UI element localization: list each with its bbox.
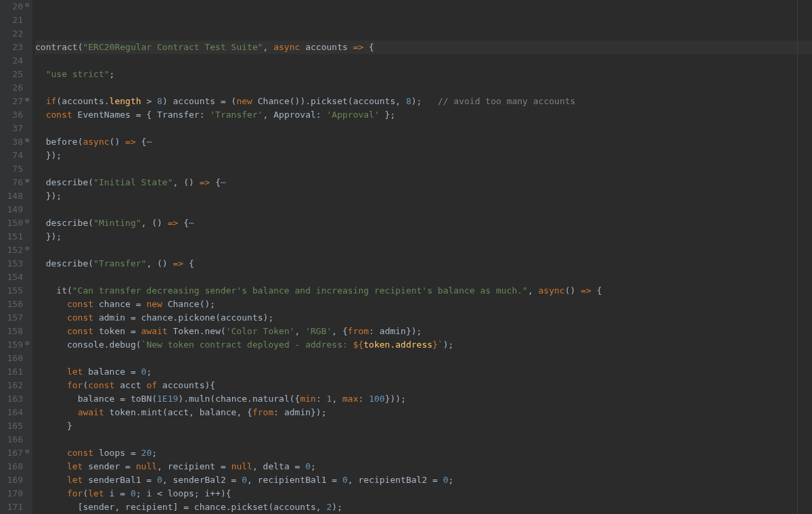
code-line[interactable] — [35, 122, 812, 135]
line-number[interactable]: 24 — [0, 54, 30, 68]
code-line[interactable]: let senderBal1 = 0, senderBal2 = 0, reci… — [35, 473, 812, 487]
token-kw: async — [273, 42, 300, 52]
token-p: } — [67, 421, 72, 431]
code-line[interactable] — [35, 271, 812, 284]
line-number[interactable]: 151 — [0, 230, 30, 243]
code-line[interactable]: describe("Minting", () => {⋯ — [35, 216, 812, 230]
fold-marker-icon[interactable]: ⊞ — [24, 97, 29, 102]
code-line[interactable] — [35, 162, 812, 176]
token-kw: const — [67, 312, 93, 323]
line-number[interactable]: 163 — [0, 392, 30, 406]
line-number[interactable]: 25 — [0, 68, 30, 81]
line-number[interactable]: 155 — [0, 284, 30, 298]
code-line[interactable]: }); — [35, 189, 812, 203]
code-line[interactable]: await token.mint(acct, balance, {from: a… — [35, 406, 812, 419]
code-line[interactable]: let sender = null, recipient = null, del… — [35, 460, 812, 473]
fold-marker-icon[interactable]: ⊞ — [24, 137, 29, 143]
token-p: > — [141, 96, 157, 106]
code-line[interactable]: [sender, recipient] = chance.pickset(acc… — [35, 500, 812, 514]
fold-marker-icon[interactable]: ⊞ — [24, 178, 29, 183]
line-number[interactable]: 148 — [0, 189, 30, 203]
line-number[interactable]: 36 — [0, 108, 30, 122]
token-p: : admin}); — [369, 326, 422, 336]
code-line[interactable]: contract("ERC20Regular Contract Test Sui… — [35, 41, 812, 54]
line-number[interactable]: 161 — [0, 365, 30, 379]
code-line[interactable]: const chance = new Chance(); — [35, 298, 812, 311]
line-number[interactable]: 156 — [0, 298, 30, 311]
code-line[interactable]: for(let i = 0; i < loops; i++){ — [35, 487, 812, 500]
code-line[interactable] — [35, 81, 812, 95]
line-number[interactable]: 23 — [0, 41, 30, 54]
fold-marker-icon[interactable]: ⊟ — [24, 246, 29, 251]
code-editor[interactable]: 20⊟21222324252627⊞363738⊞747576⊞14814915… — [0, 0, 812, 514]
line-number[interactable]: 37 — [0, 122, 30, 135]
line-number[interactable]: 167⊟ — [0, 446, 30, 460]
code-line[interactable]: it("Can transfer decreasing sender's bal… — [35, 284, 812, 298]
token-p: () — [110, 137, 125, 147]
line-number[interactable]: 38⊞ — [0, 135, 30, 149]
line-number[interactable]: 171 — [0, 500, 30, 514]
token-p: admin = chance. — [93, 312, 178, 323]
line-number[interactable]: 153 — [0, 257, 30, 271]
code-line[interactable]: const EventNames = { Transfer: 'Transfer… — [35, 108, 812, 122]
line-number[interactable]: 20⊟ — [0, 0, 30, 14]
code-line[interactable]: } — [35, 419, 812, 433]
token-fold: ⋯ — [221, 177, 226, 187]
code-line[interactable]: describe("Transfer", () => { — [35, 257, 812, 271]
code-line[interactable]: }); — [35, 149, 812, 162]
line-number[interactable]: 169 — [0, 473, 30, 487]
token-str: 'Color Token' — [226, 326, 295, 336]
line-number[interactable]: 160 — [0, 352, 30, 365]
code-line[interactable]: "use strict"; — [35, 68, 812, 81]
code-line[interactable]: describe("Initial State", () => {⋯ — [35, 176, 812, 189]
code-line[interactable] — [35, 352, 812, 365]
line-number[interactable]: 26 — [0, 81, 30, 95]
token-p: , recipient = — [157, 461, 231, 471]
code-line[interactable]: console.debug(`New token contract deploy… — [35, 338, 812, 352]
token-str: "Minting" — [93, 218, 141, 228]
line-number[interactable]: 27⊞ — [0, 95, 30, 108]
code-line[interactable] — [35, 54, 812, 68]
code-line[interactable]: balance = toBN(1E19).muln(chance.natural… — [35, 392, 812, 406]
token-kw: null — [231, 461, 252, 471]
code-line[interactable]: for(const acct of accounts){ — [35, 379, 812, 392]
code-line[interactable] — [35, 433, 812, 446]
line-number[interactable]: 154 — [0, 271, 30, 284]
line-number[interactable]: 164 — [0, 406, 30, 419]
code-line[interactable]: const admin = chance.pickone(accounts); — [35, 311, 812, 325]
line-number[interactable]: 149 — [0, 203, 30, 216]
code-line[interactable]: const token = await Token.new('Color Tok… — [35, 325, 812, 338]
code-line[interactable]: if(accounts.length > 8) accounts = (new … — [35, 95, 812, 108]
line-number[interactable]: 168 — [0, 460, 30, 473]
line-number[interactable]: 76⊞ — [0, 176, 30, 189]
code-line[interactable]: let balance = 0; — [35, 365, 812, 379]
fold-marker-icon[interactable]: ⊟ — [24, 218, 29, 224]
line-number-gutter[interactable]: 20⊟21222324252627⊞363738⊞747576⊞14814915… — [0, 0, 32, 514]
fold-marker-icon[interactable]: ⊟ — [24, 448, 29, 454]
token-str: 'RGB' — [305, 326, 332, 336]
line-number[interactable]: 158 — [0, 325, 30, 338]
code-line[interactable]: before(async() => {⋯ — [35, 135, 812, 149]
line-number[interactable]: 162 — [0, 379, 30, 392]
token-p: , — [263, 42, 274, 52]
token-call: pickone — [178, 312, 215, 323]
line-number[interactable]: 170 — [0, 487, 30, 500]
line-number[interactable]: 152⊟ — [0, 243, 30, 257]
code-line[interactable]: const loops = 20; — [35, 446, 812, 460]
fold-marker-icon[interactable]: ⊟ — [24, 340, 29, 346]
line-number[interactable]: 75 — [0, 162, 30, 176]
code-line[interactable] — [35, 203, 812, 216]
line-number[interactable]: 74 — [0, 149, 30, 162]
code-area[interactable]: contract("ERC20Regular Contract Test Sui… — [32, 0, 812, 514]
line-number[interactable]: 165 — [0, 419, 30, 433]
line-number[interactable]: 157 — [0, 311, 30, 325]
line-number[interactable]: 21 — [0, 14, 30, 27]
code-line[interactable] — [35, 243, 812, 257]
line-number[interactable]: 159⊟ — [0, 338, 30, 352]
fold-marker-icon[interactable]: ⊟ — [24, 2, 29, 7]
token-call: natural — [252, 394, 290, 404]
line-number[interactable]: 150⊟ — [0, 216, 30, 230]
line-number[interactable]: 166 — [0, 433, 30, 446]
line-number[interactable]: 22 — [0, 27, 30, 41]
code-line[interactable]: }); — [35, 230, 812, 243]
